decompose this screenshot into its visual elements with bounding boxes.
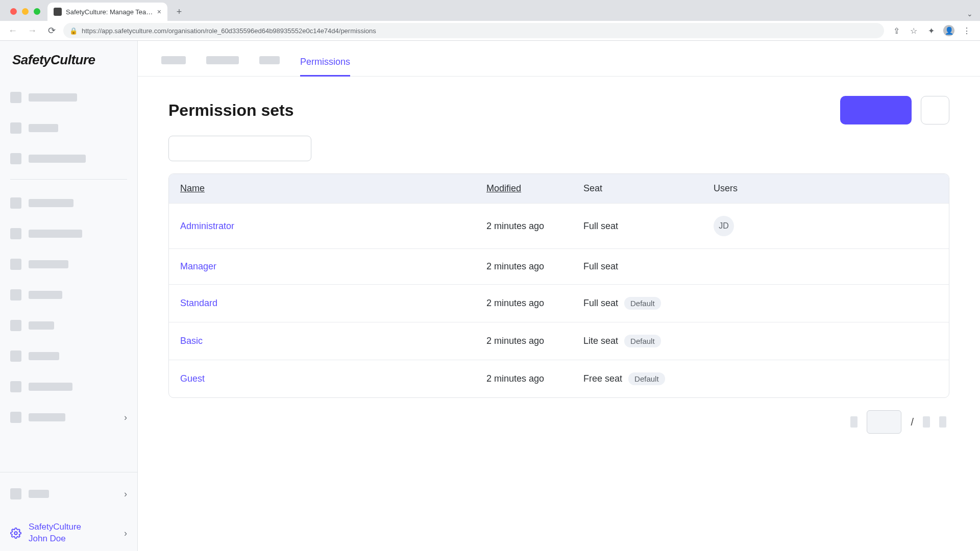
tab-placeholder[interactable] — [161, 56, 186, 64]
table-row[interactable]: Guest2 minutes agoFree seatDefault — [169, 360, 949, 397]
sidebar-item[interactable] — [10, 218, 127, 249]
nav-label-placeholder — [29, 352, 59, 360]
share-icon[interactable]: ⇪ — [891, 26, 901, 36]
logo[interactable]: SafetyCulture — [0, 52, 137, 82]
url-text: https://app.safetyculture.com/organisati… — [82, 27, 376, 35]
primary-action-button[interactable] — [840, 96, 912, 124]
row-name[interactable]: Administrator — [180, 221, 486, 232]
sidebar-item[interactable] — [10, 143, 127, 174]
column-header-name[interactable]: Name — [180, 183, 486, 194]
nav-group-mid: › — [0, 188, 137, 433]
nav-label-placeholder — [29, 291, 62, 299]
row-name[interactable]: Standard — [180, 298, 486, 309]
sidebar-profile[interactable]: SafetyCulture John Doe › — [0, 515, 137, 551]
row-name[interactable]: Guest — [180, 373, 486, 384]
row-modified: 2 minutes ago — [486, 298, 583, 309]
default-badge: Default — [624, 335, 661, 347]
tabs-menu-icon[interactable]: ⌄ — [967, 10, 973, 18]
nav-icon-placeholder — [10, 259, 21, 270]
pagination-slash: / — [911, 416, 914, 428]
tab-bar: Permissions — [138, 41, 980, 77]
nav-icon-placeholder — [10, 350, 21, 362]
close-window-icon[interactable] — [10, 8, 17, 15]
nav-label-placeholder — [29, 490, 49, 498]
close-tab-icon[interactable]: × — [157, 8, 161, 16]
sidebar-item-expandable[interactable]: › — [10, 402, 127, 433]
nav-icon-placeholder — [10, 153, 21, 164]
main-panel: Permissions Permission sets Name Modifie… — [138, 41, 980, 551]
table-row[interactable]: Standard2 minutes agoFull seatDefault — [169, 284, 949, 322]
profile-icon[interactable]: 👤 — [943, 25, 954, 36]
star-icon[interactable]: ☆ — [909, 26, 919, 36]
nav-icon-placeholder — [10, 92, 21, 103]
page-header: Permission sets — [168, 96, 949, 124]
new-tab-button[interactable]: + — [172, 4, 187, 19]
sidebar-item[interactable] — [10, 188, 127, 218]
chevron-right-icon: › — [124, 489, 127, 499]
profile-user: John Doe — [29, 533, 81, 545]
column-header-seat[interactable]: Seat — [583, 183, 714, 194]
row-seat: Lite seatDefault — [583, 335, 714, 347]
nav-label-placeholder — [29, 124, 58, 132]
nav-icon-placeholder — [10, 289, 21, 300]
nav-icon-placeholder — [10, 320, 21, 331]
reload-button[interactable]: ⟳ — [44, 23, 59, 38]
pagination-page-input[interactable] — [867, 410, 901, 434]
nav-label-placeholder — [29, 199, 74, 207]
sidebar-item-expandable[interactable]: › — [10, 479, 127, 509]
nav-icon-placeholder — [10, 381, 21, 392]
profile-text: SafetyCulture John Doe — [29, 521, 81, 545]
minimize-window-icon[interactable] — [22, 8, 29, 15]
sidebar-item[interactable] — [10, 82, 127, 113]
svg-point-0 — [14, 532, 17, 535]
sidebar-item[interactable] — [10, 280, 127, 310]
forward-button[interactable]: → — [24, 23, 40, 38]
tab-placeholder[interactable] — [206, 56, 239, 64]
row-seat: Full seat — [583, 221, 714, 232]
pagination: / — [168, 410, 949, 434]
sidebar-item[interactable] — [10, 249, 127, 280]
nav-icon-placeholder — [10, 197, 21, 209]
sidebar-item[interactable] — [10, 310, 127, 341]
nav-label-placeholder — [29, 260, 68, 268]
table-header-row: Name Modified Seat Users — [169, 174, 949, 203]
nav-label-placeholder — [29, 383, 72, 391]
tab-placeholder[interactable] — [259, 56, 280, 64]
sidebar: SafetyCulture › › SafetyCulture John D — [0, 41, 138, 551]
secondary-action-button[interactable] — [921, 96, 949, 124]
sidebar-item[interactable] — [10, 371, 127, 402]
table-row[interactable]: Administrator2 minutes agoFull seatJD — [169, 203, 949, 248]
row-users: JD — [714, 216, 938, 236]
row-seat: Full seat — [583, 261, 714, 272]
search-input[interactable] — [168, 136, 311, 161]
nav-label-placeholder — [29, 321, 54, 330]
back-button[interactable]: ← — [5, 23, 20, 38]
extensions-icon[interactable]: ✦ — [926, 26, 936, 36]
window-controls — [6, 8, 44, 21]
address-bar[interactable]: 🔒 https://app.safetyculture.com/organisa… — [63, 23, 884, 38]
pagination-next-button[interactable] — [939, 416, 946, 428]
chevron-right-icon: › — [124, 528, 127, 539]
permissions-table: Name Modified Seat Users Administrator2 … — [168, 173, 949, 398]
table-row[interactable]: Basic2 minutes agoLite seatDefault — [169, 322, 949, 360]
maximize-window-icon[interactable] — [34, 8, 40, 15]
kebab-menu-icon[interactable]: ⋮ — [962, 26, 972, 36]
chevron-right-icon: › — [124, 412, 127, 423]
row-name[interactable]: Basic — [180, 336, 486, 346]
browser-tab[interactable]: SafetyCulture: Manage Teams and ... × — [47, 3, 167, 21]
sidebar-item[interactable] — [10, 341, 127, 371]
column-header-users[interactable]: Users — [714, 183, 938, 194]
pagination-prev-button[interactable] — [850, 416, 857, 428]
profile-org: SafetyCulture — [29, 521, 81, 533]
pagination-total-placeholder — [923, 416, 930, 428]
nav-icon-placeholder — [10, 412, 21, 423]
sidebar-item[interactable] — [10, 113, 127, 143]
table-row[interactable]: Manager2 minutes agoFull seat — [169, 248, 949, 284]
lock-icon: 🔒 — [69, 27, 78, 35]
row-name[interactable]: Manager — [180, 261, 486, 272]
user-avatar[interactable]: JD — [714, 216, 734, 236]
tab-permissions[interactable]: Permissions — [300, 53, 350, 77]
column-header-modified[interactable]: Modified — [486, 183, 583, 194]
nav-icon-placeholder — [10, 228, 21, 239]
default-badge: Default — [628, 372, 665, 385]
